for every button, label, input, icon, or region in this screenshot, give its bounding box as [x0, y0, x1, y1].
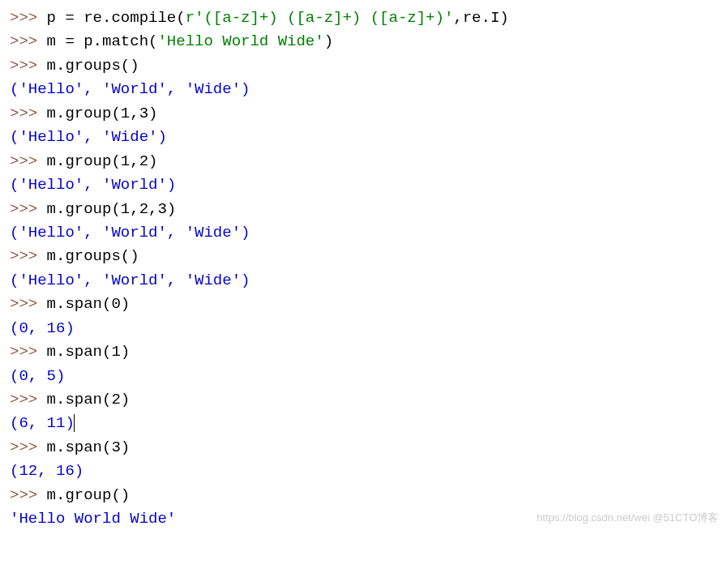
code-text: m.group() [47, 486, 131, 504]
repl-output: ('Hello', 'Wide') [10, 126, 718, 149]
code-text: ,re.I) [453, 9, 508, 27]
code-text: m.groups() [47, 247, 139, 265]
repl-line-21: >>> m.group() [10, 484, 718, 507]
code-text: m.span(1) [47, 343, 131, 361]
repl-prompt: >>> [10, 486, 47, 504]
repl-prompt: >>> [10, 247, 47, 265]
repl-prompt: >>> [10, 105, 47, 122]
repl-prompt: >>> [10, 438, 47, 456]
code-text: m.group(1,2) [47, 152, 158, 170]
repl-line-11: >>> m.groups() [10, 245, 718, 268]
code-text: m.span(0) [47, 295, 131, 313]
repl-prompt: >>> [10, 57, 47, 75]
repl-prompt: >>> [10, 32, 47, 50]
repl-line-3: >>> m.groups() [10, 54, 718, 78]
repl-output: (0, 5) [10, 365, 718, 388]
repl-prompt: >>> [10, 343, 47, 361]
code-text: p = re.compile( [47, 9, 186, 27]
repl-line-9: >>> m.group(1,2,3) [10, 198, 718, 221]
repl-prompt: >>> [10, 295, 47, 313]
string-literal: 'Hello World Wide' [157, 32, 323, 50]
repl-output: ('Hello', 'World') [10, 173, 718, 197]
repl-output: ('Hello', 'World', 'Wide') [10, 269, 718, 293]
repl-prompt: >>> [10, 152, 47, 170]
repl-output-with-cursor: (6, 11) [10, 412, 718, 435]
repl-line-19: >>> m.span(3) [10, 436, 718, 460]
code-text: m.groups() [47, 57, 139, 75]
repl-line-15: >>> m.span(1) [10, 340, 718, 364]
repl-prompt: >>> [10, 200, 47, 218]
repl-output: 'Hello World Wide' [10, 507, 718, 531]
repl-output: ('Hello', 'World', 'Wide') [10, 221, 718, 245]
repl-line-13: >>> m.span(0) [10, 293, 718, 316]
repl-line-5: >>> m.group(1,3) [10, 102, 718, 126]
code-text: m.span(2) [47, 391, 131, 408]
repl-output: ('Hello', 'World', 'Wide') [10, 78, 718, 101]
code-text: m = p.match( [47, 32, 158, 50]
repl-line-2: >>> m = p.match('Hello World Wide') [10, 30, 718, 53]
text-cursor-icon [74, 414, 75, 433]
code-text: m.span(3) [47, 438, 131, 456]
repl-prompt: >>> [10, 9, 47, 27]
repl-prompt: >>> [10, 391, 47, 408]
repl-output: (0, 16) [10, 317, 718, 340]
repl-output: (6, 11) [10, 414, 75, 432]
repl-line-1: >>> p = re.compile(r'([a-z]+) ([a-z]+) (… [10, 6, 718, 30]
repl-output: (12, 16) [10, 460, 718, 483]
string-literal: r'([a-z]+) ([a-z]+) ([a-z]+)' [186, 9, 454, 27]
repl-line-7: >>> m.group(1,2) [10, 150, 718, 173]
code-text: ) [324, 32, 333, 50]
repl-line-17: >>> m.span(2) [10, 388, 718, 412]
code-text: m.group(1,3) [47, 105, 158, 122]
code-text: m.group(1,2,3) [47, 200, 177, 218]
